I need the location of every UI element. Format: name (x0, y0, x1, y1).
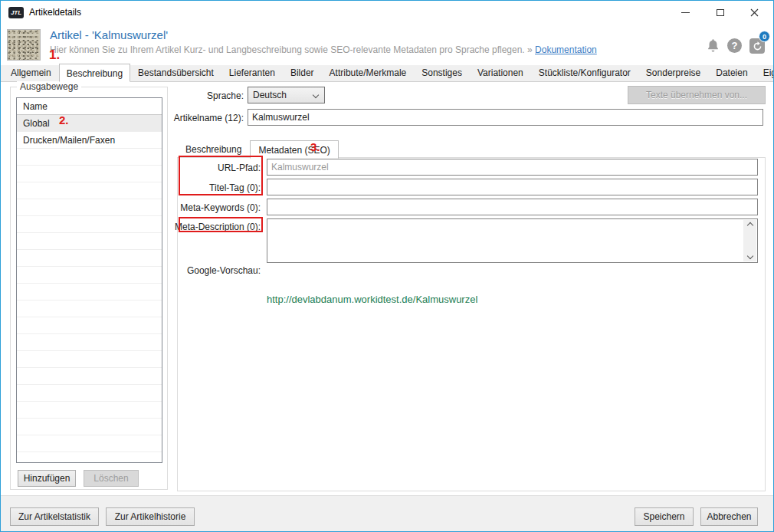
annotation-box-url-title (179, 156, 263, 195)
meta-description-scrollbar[interactable] (743, 220, 756, 261)
app-logo-icon: JTL (8, 7, 24, 18)
bell-icon (706, 38, 720, 53)
footer-bar: Zur Artikelstatistik Zur Artikelhistorie… (1, 495, 773, 532)
main-tab-strip: AllgemeinBeschreibungBestandsübersichtLi… (1, 65, 773, 82)
tab-bestands-bersicht[interactable]: Bestandsübersicht (130, 64, 221, 81)
refresh-icon (753, 41, 763, 51)
article-name-input[interactable] (248, 109, 763, 126)
notifications-button[interactable] (706, 38, 720, 55)
chevron-down-icon (313, 92, 319, 98)
url-path-input[interactable] (267, 159, 758, 176)
tab-sonstiges[interactable]: Sonstiges (414, 64, 470, 81)
list-item-drucken-mailen-faxen[interactable]: Drucken/Mailen/Faxen (17, 132, 162, 149)
cancel-button[interactable]: Abbrechen (700, 507, 758, 526)
tab-attribute-merkmale[interactable]: Attribute/Merkmale (322, 64, 415, 81)
close-button[interactable] (737, 1, 772, 24)
annotation-step-1: 1. (49, 48, 60, 63)
list-item-global[interactable]: Global (17, 115, 162, 132)
page-title: Artikel - 'Kalmuswurzel' (50, 28, 168, 41)
maximize-button[interactable] (703, 1, 737, 24)
article-thumbnail (7, 29, 41, 61)
inner-tab-metadaten-seo[interactable]: Metadaten (SEO) (250, 140, 338, 159)
tab-beschreibung[interactable]: Beschreibung (59, 64, 130, 82)
output-channels-list: Name GlobalDrucken/Mailen/Faxen (16, 97, 162, 463)
maximize-icon (717, 9, 724, 16)
article-statistics-button[interactable]: Zur Artikelstatistik (10, 507, 99, 526)
question-mark-icon: ? (732, 40, 738, 51)
language-selected-value: Deutsch (253, 90, 287, 100)
language-label: Sprache: (177, 90, 244, 101)
tab-lieferanten[interactable]: Lieferanten (221, 64, 283, 81)
output-list-rows: GlobalDrucken/Mailen/Faxen (17, 115, 162, 149)
meta-description-textarea[interactable] (267, 218, 758, 263)
subtitle-text: Hier können Sie zu Ihrem Artikel Kurz- u… (50, 44, 533, 55)
groupbox-title: Ausgabewege (17, 81, 81, 92)
inner-tab-strip: BeschreibungMetadaten (SEO) (177, 141, 766, 158)
meta-keywords-label: Meta-Keywords (0): (174, 202, 261, 213)
save-button[interactable]: Speichern (635, 507, 694, 526)
title-tag-input[interactable] (267, 179, 758, 195)
minimize-button[interactable] (668, 1, 703, 24)
list-column-header[interactable]: Name (17, 98, 162, 115)
tab-sonderpreise[interactable]: Sonderpreise (638, 64, 708, 81)
artikeldetails-window: JTL Artikeldetails Artikel - 'Kalmuswurz… (0, 0, 774, 532)
title-bar: JTL Artikeldetails (1, 1, 773, 24)
article-history-button[interactable]: Zur Artikelhistorie (106, 507, 195, 526)
close-icon (750, 8, 759, 17)
add-button[interactable]: Hinzufügen (18, 470, 76, 487)
meta-keywords-input[interactable] (267, 199, 758, 215)
minimize-icon (681, 12, 690, 13)
window-title: Artikeldetails (29, 7, 81, 18)
language-select[interactable]: Deutsch (248, 87, 325, 103)
delete-button[interactable]: Löschen (84, 470, 139, 487)
documentation-link[interactable]: Dokumentation (535, 44, 597, 55)
tab-dateien[interactable]: Dateien (708, 64, 755, 81)
page-header: Artikel - 'Kalmuswurzel' Hier können Sie… (1, 24, 773, 65)
annotation-step-3: 3. (310, 140, 320, 153)
notification-count-badge: 0 (759, 31, 770, 42)
copy-texts-button[interactable]: Texte übernehmen von... (628, 86, 766, 104)
scroll-up-icon[interactable] (746, 222, 753, 228)
article-name-label: Artikelname (12): (154, 113, 244, 123)
annotation-step-2: 2. (59, 113, 69, 126)
ausgabewege-groupbox: Ausgabewege Name GlobalDrucken/Mailen/Fa… (10, 87, 168, 490)
empty-list-area (17, 149, 162, 462)
google-preview-label: Google-Vorschau: (174, 265, 261, 276)
help-button[interactable]: ? (727, 38, 742, 53)
annotation-box-meta-description (179, 217, 263, 232)
scroll-down-icon[interactable] (746, 253, 753, 259)
google-preview-url: http://devlabdanum.workidtest.de/Kalmusw… (267, 294, 477, 305)
tab-st-ckliste-konfigurator[interactable]: Stückliste/Konfigurator (531, 64, 638, 81)
tab-variationen[interactable]: Variationen (470, 64, 531, 81)
tab-eigene-felder[interactable]: Eigene Felder (756, 64, 774, 81)
page-subtitle: Hier können Sie zu Ihrem Artikel Kurz- u… (50, 44, 597, 55)
tab-allgemein[interactable]: Allgemein (3, 64, 59, 81)
tab-bilder[interactable]: Bilder (283, 64, 322, 81)
